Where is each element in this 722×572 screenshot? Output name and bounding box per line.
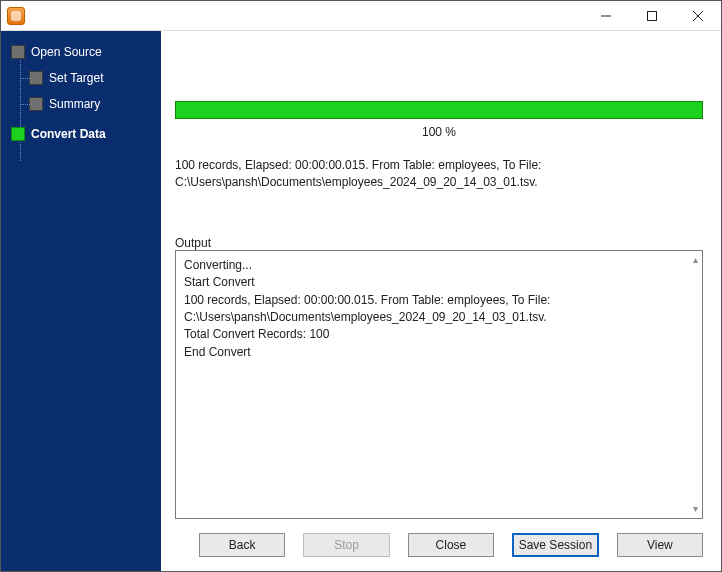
progress-area: 100 %: [175, 41, 703, 139]
maximize-button[interactable]: [629, 1, 675, 30]
step-summary[interactable]: Summary: [11, 91, 161, 117]
step-status-box: [11, 45, 25, 59]
sidebar: Open Source Set Target Summary Convert D…: [1, 31, 161, 571]
titlebar-left: [1, 7, 25, 25]
log-line: Start Convert: [184, 274, 684, 291]
main-panel: 100 % 100 records, Elapsed: 00:00:00.015…: [161, 31, 721, 571]
window-controls: [583, 1, 721, 30]
svg-rect-0: [648, 11, 657, 20]
output-label: Output: [175, 236, 703, 250]
log-line: Total Convert Records: 100: [184, 326, 684, 343]
scroll-up-icon[interactable]: ▴: [693, 253, 698, 268]
app-icon: [7, 7, 25, 25]
titlebar: [1, 1, 721, 31]
close-window-button[interactable]: [675, 1, 721, 30]
step-label: Set Target: [49, 71, 103, 85]
status-summary: 100 records, Elapsed: 00:00:00.015. From…: [175, 157, 703, 192]
minimize-button[interactable]: [583, 1, 629, 30]
progress-bar: [175, 101, 703, 119]
stop-button: Stop: [303, 533, 389, 557]
wizard-steps: Open Source Set Target Summary Convert D…: [11, 39, 161, 147]
step-status-box: [11, 127, 25, 141]
back-button[interactable]: Back: [199, 533, 285, 557]
log-line: 100 records, Elapsed: 00:00:00.015. From…: [184, 292, 684, 327]
scroll-down-icon[interactable]: ▾: [693, 502, 698, 517]
log-line: End Convert: [184, 344, 684, 361]
log-line: Converting...: [184, 257, 684, 274]
progress-percent: 100 %: [175, 125, 703, 139]
step-set-target[interactable]: Set Target: [11, 65, 161, 91]
wizard-buttons: Back Stop Close Save Session View: [175, 519, 703, 561]
step-label: Open Source: [31, 45, 102, 59]
output-log[interactable]: ▴ Converting... Start Convert 100 record…: [175, 250, 703, 519]
status-line: C:\Users\pansh\Documents\employees_2024_…: [175, 174, 703, 191]
maximize-icon: [647, 11, 657, 21]
step-convert-data[interactable]: Convert Data: [11, 121, 161, 147]
step-status-box: [29, 97, 43, 111]
step-status-box: [29, 71, 43, 85]
step-open-source[interactable]: Open Source: [11, 39, 161, 65]
minimize-icon: [601, 11, 611, 21]
close-icon: [693, 11, 703, 21]
app-window: Open Source Set Target Summary Convert D…: [0, 0, 722, 572]
window-body: Open Source Set Target Summary Convert D…: [1, 31, 721, 571]
step-label: Summary: [49, 97, 100, 111]
status-line: 100 records, Elapsed: 00:00:00.015. From…: [175, 157, 703, 174]
save-session-button[interactable]: Save Session: [512, 533, 598, 557]
step-label: Convert Data: [31, 127, 106, 141]
view-button[interactable]: View: [617, 533, 703, 557]
close-button[interactable]: Close: [408, 533, 494, 557]
